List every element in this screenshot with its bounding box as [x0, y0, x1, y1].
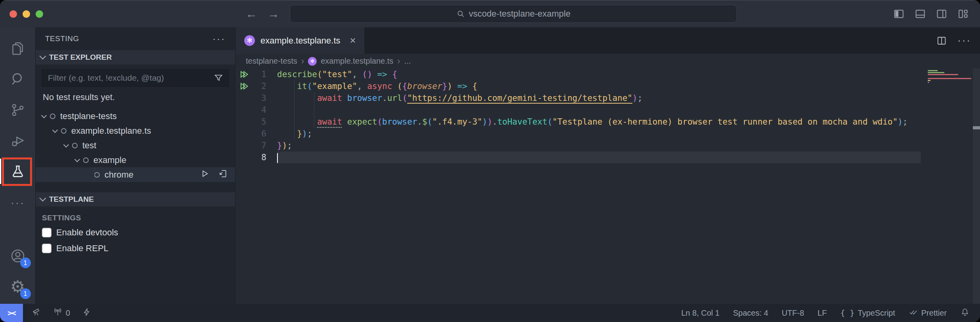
status-label: 0	[66, 309, 70, 318]
checkbox-label: Enable devtools	[56, 227, 118, 238]
line-number: 5	[253, 116, 266, 128]
braces-icon: { }	[840, 308, 855, 318]
chevron-down-icon[interactable]	[74, 156, 80, 162]
testplane-section-header[interactable]: TESTPLANE	[36, 192, 235, 206]
code-line-3[interactable]: 3 await browser.url("https://github.com/…	[236, 92, 980, 104]
close-tab-icon[interactable]: ×	[350, 34, 356, 47]
activity-bar-explorer-icon[interactable]	[0, 33, 36, 64]
chevron-down-icon[interactable]	[52, 127, 58, 133]
minimap-line	[928, 82, 929, 83]
zoom-window-button[interactable]	[36, 10, 43, 18]
forward-icon[interactable]: →	[268, 7, 279, 21]
test-tree-item-chrome[interactable]: chrome	[36, 167, 235, 182]
overview-ruler-cursor-mark	[973, 126, 980, 129]
activity-bar-accounts-icon[interactable]: 1	[0, 241, 36, 271]
breadcrumb-item[interactable]: testplane-tests	[246, 57, 297, 66]
line-number: 2	[253, 80, 266, 92]
line-content: });	[277, 140, 921, 152]
sidebar-more-actions-icon[interactable]: ···	[213, 33, 226, 44]
toggle-sidebar-icon[interactable]	[893, 8, 905, 20]
minimap-line	[928, 74, 958, 75]
tab-example-testplane-ts[interactable]: ✻ example.testplane.ts ×	[236, 27, 365, 54]
activity-bar-run-debug-icon[interactable]	[0, 125, 36, 156]
test-tree-item-example-testplane-ts[interactable]: example.testplane.ts	[36, 123, 235, 138]
activity-bar-source-control-icon[interactable]	[0, 95, 36, 125]
activity-bar-settings-icon[interactable]: ⚙1	[0, 271, 36, 302]
layout-controls	[893, 8, 969, 20]
close-window-button[interactable]	[9, 10, 17, 18]
chevron-down-icon	[40, 195, 46, 202]
command-center-search[interactable]: vscode-testplane-example	[290, 5, 737, 23]
editor-scrollbar[interactable]	[973, 68, 980, 304]
test-explorer-section-header[interactable]: TEST EXPLORER	[36, 50, 235, 64]
code-line-2[interactable]: 2 it("example", async ({browser}) => {	[236, 80, 980, 92]
status-eol[interactable]: LF	[818, 309, 827, 318]
bolt-icon	[82, 307, 91, 319]
red-annotation-box	[2, 157, 32, 186]
line-number: 4	[253, 104, 266, 116]
activity-bar-search-icon[interactable]	[0, 64, 36, 95]
command-center-title: vscode-testplane-example	[469, 9, 571, 19]
line-content: await expect(browser.$(".f4.my-3")).toHa…	[277, 116, 921, 128]
toggle-panel-icon[interactable]	[914, 8, 926, 20]
editor-group: ✻ example.testplane.ts × ··· testplane-t…	[236, 27, 980, 304]
code-line-7[interactable]: 7});	[236, 140, 980, 152]
editor-more-actions-icon[interactable]: ···	[957, 34, 971, 47]
status-encoding[interactable]: UTF-8	[782, 309, 804, 318]
status-indentation[interactable]: Spaces: 4	[733, 309, 768, 318]
remote-indicator[interactable]: ><	[0, 304, 23, 322]
telescope-icon	[32, 307, 41, 319]
status-cursor-position[interactable]: Ln 8, Col 1	[681, 309, 720, 318]
split-editor-icon[interactable]	[936, 35, 947, 46]
chevron-down-icon[interactable]	[63, 142, 69, 147]
breadcrumb-item[interactable]: ...	[404, 57, 411, 66]
run-test-icon[interactable]	[199, 169, 210, 181]
code-line-4[interactable]: 4	[236, 104, 980, 116]
test-filter-input[interactable]	[42, 69, 229, 87]
activity-bar-more-icon[interactable]: ···	[0, 187, 36, 218]
minimap[interactable]	[928, 70, 972, 86]
status-label: Prettier	[921, 309, 947, 318]
status-power[interactable]	[82, 307, 91, 319]
customize-layout-icon[interactable]	[957, 8, 969, 20]
chevron-down-icon[interactable]	[41, 112, 47, 118]
test-tree-item-testplane-tests[interactable]: testplane-tests	[36, 109, 235, 123]
status-ports[interactable]: 0	[53, 307, 70, 319]
title-bar: ← → vscode-testplane-example	[0, 0, 980, 27]
line-number: 7	[253, 140, 266, 152]
minimap-line	[928, 72, 944, 73]
test-state-circle-icon	[72, 143, 78, 148]
broadcast-icon	[53, 307, 63, 319]
breadcrumb-item[interactable]: example.testplane.ts	[321, 57, 393, 66]
line-content: it("example", async ({browser}) => {	[277, 80, 921, 92]
go-to-test-icon[interactable]	[218, 169, 228, 181]
breadcrumb-separator: ›	[397, 56, 400, 66]
toggle-secondary-sidebar-icon[interactable]	[936, 8, 948, 20]
code-line-5[interactable]: 5 await expect(browser.$(".f4.my-3")).to…	[236, 116, 980, 128]
minimize-window-button[interactable]	[23, 10, 30, 18]
code-area[interactable]: 1describe("test", () => {2 it("example",…	[236, 68, 980, 304]
status-notifications[interactable]	[960, 307, 970, 319]
run-test-gutter-icon[interactable]	[236, 81, 253, 91]
run-test-gutter-icon[interactable]	[236, 69, 253, 80]
tree-item-label: chrome	[104, 170, 133, 180]
filter-icon[interactable]	[214, 73, 223, 83]
checkbox-unchecked[interactable]	[42, 244, 51, 253]
tree-item-label: example	[93, 155, 126, 165]
status-formatter[interactable]: Prettier	[909, 307, 947, 319]
activity-bar-testing-icon[interactable]	[0, 156, 36, 187]
code-line-6[interactable]: 6 });	[236, 128, 980, 140]
status-language-mode[interactable]: { }TypeScript	[840, 308, 895, 318]
line-content: });	[277, 128, 921, 140]
back-icon[interactable]: ←	[245, 7, 257, 21]
status-label: LF	[818, 309, 827, 318]
line-number: 6	[253, 128, 266, 140]
status-testplane-telescope[interactable]	[32, 307, 41, 319]
activity-bar: ···1⚙1	[0, 27, 36, 304]
code-line-8[interactable]: 8	[236, 152, 980, 163]
checkbox-unchecked[interactable]	[42, 228, 51, 237]
test-tree-item-test[interactable]: test	[36, 138, 235, 153]
test-tree-item-example[interactable]: example	[36, 153, 235, 167]
code-line-1[interactable]: 1describe("test", () => {	[236, 68, 980, 80]
test-explorer-title: TEST EXPLORER	[49, 53, 112, 62]
